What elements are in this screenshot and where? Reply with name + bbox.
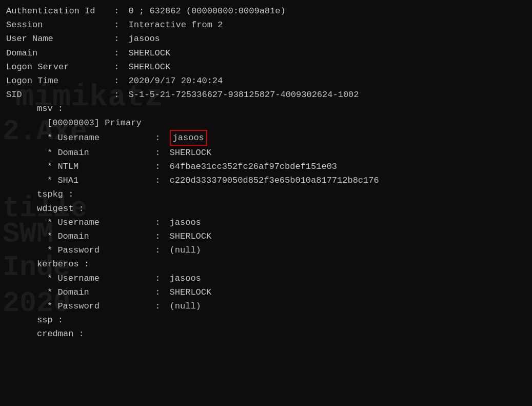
wdigest-username-value: jasoos (170, 216, 201, 229)
msv-username-value-highlighted: jasoos (170, 130, 207, 146)
msv-domain-value: SHERLOCK (170, 146, 212, 160)
msv-primary: [00000003] Primary (47, 116, 142, 130)
msv-sha1-value: c220d333379050d852f3e65b010a817712b8c176 (170, 173, 379, 187)
msv-sha1-colon: : (150, 173, 166, 187)
wdigest-password-colon: : (150, 243, 166, 257)
kerberos-username-value: jasoos (170, 272, 201, 285)
credman-header: credman : (37, 327, 84, 341)
line-wdigest-domain: * Domain : SHERLOCK (6, 229, 526, 243)
line-wdigest-username: * Username : jasoos (6, 216, 526, 229)
msv-domain-colon: : (150, 146, 166, 160)
value-session: Interactive from 2 (129, 18, 223, 32)
line-msv-primary: [00000003] Primary (6, 116, 526, 130)
value-username: jasoos (129, 32, 160, 46)
terminal-content: Authentication Id : 0 ; 632862 (00000000… (6, 4, 526, 341)
line-kerberos-header: kerberos : (6, 257, 526, 271)
msv-ntlm-value: 64fbae31cc352fc26af97cbdef151e03 (170, 160, 337, 173)
colon-session: : (109, 18, 125, 32)
line-kerberos-username: * Username : jasoos (6, 272, 526, 285)
kerberos-header: kerberos : (37, 257, 89, 271)
kerberos-username-colon: : (150, 272, 166, 285)
colon-auth-id: : (109, 4, 125, 18)
colon-username: : (109, 32, 125, 46)
kerberos-domain-colon: : (150, 285, 166, 299)
line-logon-time: Logon Time : 2020/9/17 20:40:24 (6, 74, 526, 88)
kerberos-password-colon: : (150, 299, 166, 313)
tspkg-header: tspkg : (37, 187, 73, 201)
value-sid: S-1-5-21-725336627-938125827-4009302624-… (129, 88, 359, 102)
wdigest-domain-value: SHERLOCK (170, 229, 212, 243)
line-kerberos-password: * Password : (null) (6, 299, 526, 313)
msv-sha1-label: * SHA1 (47, 173, 150, 187)
wdigest-username-colon: : (150, 216, 166, 229)
label-auth-id: Authentication Id (6, 4, 109, 18)
line-sid: SID : S-1-5-21-725336627-938125827-40093… (6, 88, 526, 102)
line-credman-header: credman : (6, 327, 526, 341)
wdigest-password-label: * Password (47, 243, 150, 257)
line-auth-id: Authentication Id : 0 ; 632862 (00000000… (6, 4, 526, 18)
wdigest-username-label: * Username (47, 216, 150, 229)
msv-username-label: * Username (47, 131, 150, 145)
line-session: Session : Interactive from 2 (6, 18, 526, 32)
line-domain: Domain : SHERLOCK (6, 46, 526, 60)
msv-username-colon: : (150, 131, 166, 145)
line-msv-header: msv : (6, 102, 526, 115)
line-msv-username: * Username : jasoos (6, 130, 526, 146)
wdigest-header: wdigest : (37, 202, 84, 216)
line-msv-sha1: * SHA1 : c220d333379050d852f3e65b010a817… (6, 173, 526, 187)
kerberos-password-value: (null) (170, 299, 201, 313)
msv-header: msv : (37, 102, 63, 115)
line-ssp-header: ssp : (6, 313, 526, 327)
line-kerberos-domain: * Domain : SHERLOCK (6, 285, 526, 299)
label-domain: Domain (6, 46, 109, 60)
wdigest-domain-label: * Domain (47, 229, 150, 243)
msv-domain-label: * Domain (47, 146, 150, 160)
kerberos-domain-value: SHERLOCK (170, 285, 212, 299)
colon-sid: : (109, 88, 125, 102)
line-msv-ntlm: * NTLM : 64fbae31cc352fc26af97cbdef151e0… (6, 160, 526, 173)
label-session: Session (6, 18, 109, 32)
value-logon-server: SHERLOCK (129, 60, 171, 74)
ssp-header: ssp : (37, 313, 63, 327)
line-username: User Name : jasoos (6, 32, 526, 46)
kerberos-username-label: * Username (47, 272, 150, 285)
line-msv-domain: * Domain : SHERLOCK (6, 146, 526, 160)
msv-ntlm-colon: : (150, 160, 166, 173)
colon-logon-server: : (109, 60, 125, 74)
colon-domain: : (109, 46, 125, 60)
terminal-window: mimikatz 2.Axe tille SWM Inde 2020 Authe… (0, 0, 532, 406)
kerberos-domain-label: * Domain (47, 285, 150, 299)
value-logon-time: 2020/9/17 20:40:24 (129, 74, 223, 88)
value-domain: SHERLOCK (129, 46, 171, 60)
kerberos-password-label: * Password (47, 299, 150, 313)
label-username: User Name (6, 32, 109, 46)
wdigest-domain-colon: : (150, 229, 166, 243)
line-wdigest-password: * Password : (null) (6, 243, 526, 257)
label-logon-server: Logon Server (6, 60, 109, 74)
msv-ntlm-label: * NTLM (47, 160, 150, 173)
value-auth-id: 0 ; 632862 (00000000:0009a81e) (129, 4, 286, 18)
colon-logon-time: : (109, 74, 125, 88)
line-logon-server: Logon Server : SHERLOCK (6, 60, 526, 74)
wdigest-password-value: (null) (170, 243, 201, 257)
label-sid: SID (6, 88, 109, 102)
label-logon-time: Logon Time (6, 74, 109, 88)
line-wdigest-header: wdigest : (6, 202, 526, 216)
line-tspkg-header: tspkg : (6, 187, 526, 201)
